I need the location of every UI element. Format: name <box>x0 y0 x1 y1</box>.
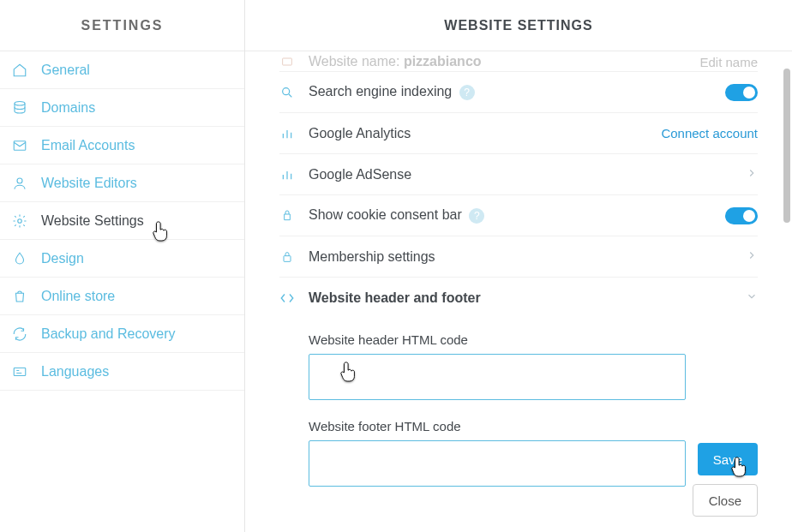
svg-point-6 <box>283 87 290 94</box>
sidebar-item-label: General <box>41 63 90 78</box>
sidebar-item-label: Domains <box>41 100 95 116</box>
header-code-input[interactable] <box>309 354 686 400</box>
setting-label: Google Analytics <box>309 126 647 141</box>
sidebar-item-label: Backup and Recovery <box>41 326 176 342</box>
save-button[interactable]: Save <box>698 443 758 475</box>
mail-icon <box>12 138 27 153</box>
sidebar-item-label: Languages <box>41 364 109 380</box>
main-title: WEBSITE SETTINGS <box>245 0 792 51</box>
header-code-label: Website header HTML code <box>309 332 758 347</box>
sidebar-item-design[interactable]: Design <box>0 240 244 278</box>
setting-label: Membership settings <box>309 249 732 265</box>
svg-rect-7 <box>284 255 291 261</box>
header-footer-section: Website header HTML code Website footer … <box>279 319 758 507</box>
scrollbar-thumb[interactable] <box>783 69 790 223</box>
svg-rect-1 <box>14 140 26 150</box>
svg-rect-5 <box>283 58 292 65</box>
label-text: Show cookie consent bar <box>309 207 462 222</box>
database-icon <box>12 100 27 116</box>
setting-row-google-analytics[interactable]: Google Analytics Connect account <box>279 113 758 154</box>
sidebar-item-label: Website Settings <box>41 213 144 229</box>
sidebar-title: SETTINGS <box>0 0 244 51</box>
tag-icon <box>279 54 295 69</box>
chevron-right-icon <box>746 167 758 182</box>
chart-icon <box>279 126 295 141</box>
footer-code-input[interactable] <box>309 440 686 487</box>
website-name-value: pizzabianco <box>404 54 482 69</box>
shopping-bag-icon <box>12 289 27 304</box>
sidebar: SETTINGS General Domains Email Accounts … <box>0 0 245 532</box>
setting-label: Website name: pizzabianco <box>309 54 686 69</box>
refresh-icon <box>12 326 27 342</box>
setting-row-google-adsense[interactable]: Google AdSense <box>279 154 758 195</box>
sidebar-item-domains[interactable]: Domains <box>0 89 244 127</box>
website-name-prefix: Website name: <box>309 54 399 69</box>
setting-row-header-footer[interactable]: Website header and footer <box>279 278 758 319</box>
user-icon <box>12 176 27 191</box>
search-icon <box>279 85 295 100</box>
edit-name-link[interactable]: Edit name <box>699 55 758 69</box>
label-text: Search engine indexing <box>309 84 452 99</box>
connect-account-link[interactable]: Connect account <box>661 126 758 140</box>
id-card-icon <box>12 364 27 380</box>
buttons-row: Save Close <box>693 443 758 517</box>
sidebar-item-email[interactable]: Email Accounts <box>0 127 244 164</box>
search-indexing-toggle[interactable] <box>725 84 758 101</box>
svg-point-0 <box>15 101 25 105</box>
setting-row-search-indexing[interactable]: Search engine indexing ? <box>279 72 758 113</box>
svg-rect-4 <box>14 368 26 375</box>
cookie-icon <box>279 208 295 224</box>
gear-icon <box>12 213 27 229</box>
setting-row-cookie-consent[interactable]: Show cookie consent bar ? <box>279 195 758 236</box>
droplet-icon <box>12 251 27 266</box>
sidebar-item-label: Online store <box>41 289 115 304</box>
svg-point-3 <box>18 218 22 223</box>
setting-label: Website header and footer <box>309 290 732 306</box>
sidebar-item-languages[interactable]: Languages <box>0 353 244 391</box>
close-button[interactable]: Close <box>693 484 758 517</box>
footer-code-label: Website footer HTML code <box>309 419 758 433</box>
home-icon <box>12 63 27 78</box>
chevron-right-icon <box>746 249 758 265</box>
sidebar-item-website-settings[interactable]: Website Settings <box>0 202 244 240</box>
chevron-down-icon <box>746 290 758 306</box>
help-icon[interactable]: ? <box>459 85 475 100</box>
sidebar-item-label: Design <box>41 251 84 266</box>
main-panel: WEBSITE SETTINGS Website name: pizzabian… <box>245 0 792 532</box>
sidebar-item-label: Website Editors <box>41 176 137 191</box>
sidebar-item-general[interactable]: General <box>0 51 244 89</box>
chart-icon <box>279 167 295 182</box>
setting-label: Google AdSense <box>309 167 732 182</box>
cookie-consent-toggle[interactable] <box>725 207 758 224</box>
setting-row-membership[interactable]: Membership settings <box>279 236 758 278</box>
sidebar-item-store[interactable]: Online store <box>0 278 244 315</box>
svg-point-2 <box>17 178 22 183</box>
lock-icon <box>279 249 295 265</box>
setting-row-website-name[interactable]: Website name: pizzabianco Edit name <box>279 51 758 72</box>
code-icon <box>279 290 295 306</box>
sidebar-item-editors[interactable]: Website Editors <box>0 164 244 202</box>
sidebar-item-label: Email Accounts <box>41 138 135 153</box>
help-icon[interactable]: ? <box>469 208 484 224</box>
sidebar-item-backup[interactable]: Backup and Recovery <box>0 315 244 353</box>
setting-label: Search engine indexing ? <box>309 84 711 100</box>
setting-label: Show cookie consent bar ? <box>309 207 711 224</box>
